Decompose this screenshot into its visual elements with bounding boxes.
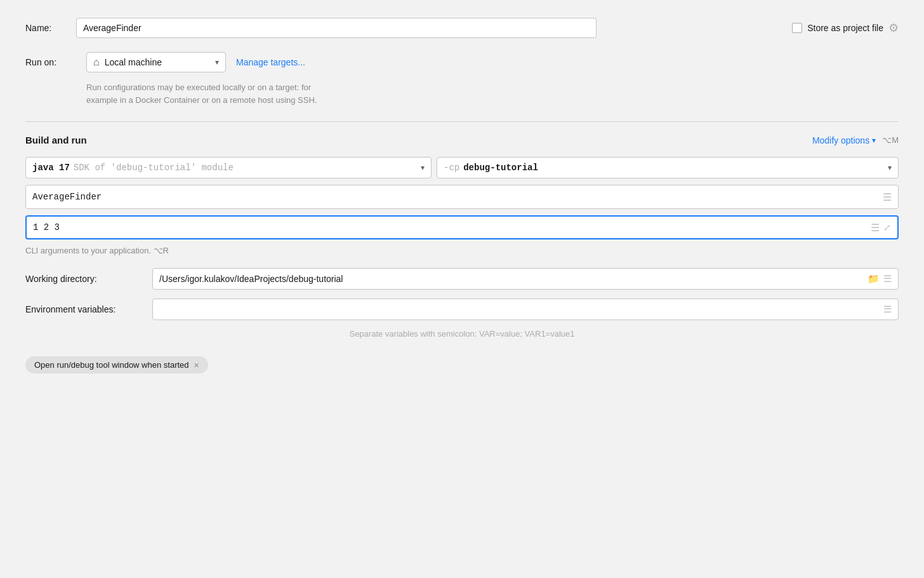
cp-value-text: debug-tutorial	[463, 163, 538, 173]
env-variables-label: Environment variables:	[25, 304, 152, 314]
env-variables-row: Environment variables: ☰	[25, 299, 899, 320]
working-directory-label: Working directory:	[25, 274, 152, 284]
cp-flag-text: -cp	[444, 163, 459, 173]
cli-args-hint: CLI arguments to your application. ⌥R	[25, 246, 899, 255]
main-class-input[interactable]	[32, 192, 883, 202]
home-icon: ⌂	[93, 57, 100, 68]
java-version-label: java 17	[32, 163, 70, 173]
name-input[interactable]	[76, 18, 597, 38]
open-tool-window-tag-close-icon[interactable]: ×	[194, 361, 199, 370]
env-variables-input[interactable]	[159, 304, 880, 314]
cli-args-input[interactable]	[33, 222, 871, 232]
working-directory-input[interactable]	[159, 274, 864, 284]
env-variables-browse-icon[interactable]: ☰	[883, 304, 892, 315]
env-variables-hint: Separate variables with semicolon: VAR=v…	[25, 329, 899, 339]
run-on-dropdown[interactable]: ⌂ Local machine ▾	[86, 52, 226, 72]
tags-row: Open run/debug tool window when started …	[25, 356, 899, 373]
build-and-run-section-header: Build and run Modify options ▾ ⌥M	[25, 135, 899, 145]
working-directory-row: Working directory: 📁 ☰	[25, 268, 899, 290]
modify-options-chevron-icon: ▾	[872, 136, 876, 145]
java-version-dropdown[interactable]: java 17 SDK of 'debug-tutorial' module ▾	[25, 157, 432, 178]
java-sdk-text: SDK of 'debug-tutorial' module	[74, 163, 417, 173]
run-on-hint: Run configurations may be executed local…	[86, 81, 467, 106]
working-directory-browse-icon[interactable]: ☰	[883, 273, 892, 285]
run-on-chevron-icon: ▾	[215, 58, 219, 67]
java-dropdown-chevron-icon: ▾	[421, 163, 425, 172]
open-tool-window-tag-label: Open run/debug tool window when started	[34, 360, 189, 370]
modify-options-button[interactable]: Modify options ▾ ⌥M	[812, 135, 899, 145]
java-sdk-row: java 17 SDK of 'debug-tutorial' module ▾…	[25, 157, 899, 178]
gear-icon[interactable]: ⚙	[888, 21, 899, 35]
working-directory-folder-icon[interactable]: 📁	[868, 273, 880, 285]
section-divider	[25, 121, 899, 122]
run-on-value: Local machine	[105, 57, 210, 67]
run-on-label: Run on:	[25, 57, 76, 67]
modify-options-label: Modify options	[812, 135, 869, 145]
manage-targets-link[interactable]: Manage targets...	[236, 57, 305, 67]
main-class-input-row: ☰	[25, 185, 899, 209]
working-directory-input-wrapper: 📁 ☰	[152, 268, 899, 290]
cli-args-input-row: ☰ ⤢	[25, 215, 899, 239]
cli-args-browse-icon[interactable]: ☰	[871, 222, 880, 234]
modify-options-shortcut: ⌥M	[882, 135, 899, 145]
store-as-project-file-checkbox[interactable]	[792, 23, 802, 33]
section-title: Build and run	[25, 135, 87, 145]
store-as-project-file-label: Store as project file	[807, 23, 883, 33]
cp-dropdown[interactable]: -cp debug-tutorial ▾	[437, 157, 899, 178]
main-class-browse-icon[interactable]: ☰	[883, 191, 892, 203]
cp-dropdown-chevron-icon: ▾	[888, 163, 892, 172]
env-variables-input-wrapper: ☰	[152, 299, 899, 320]
open-tool-window-tag[interactable]: Open run/debug tool window when started …	[25, 356, 208, 373]
name-label: Name:	[25, 23, 76, 33]
cli-args-expand-icon[interactable]: ⤢	[883, 222, 891, 232]
